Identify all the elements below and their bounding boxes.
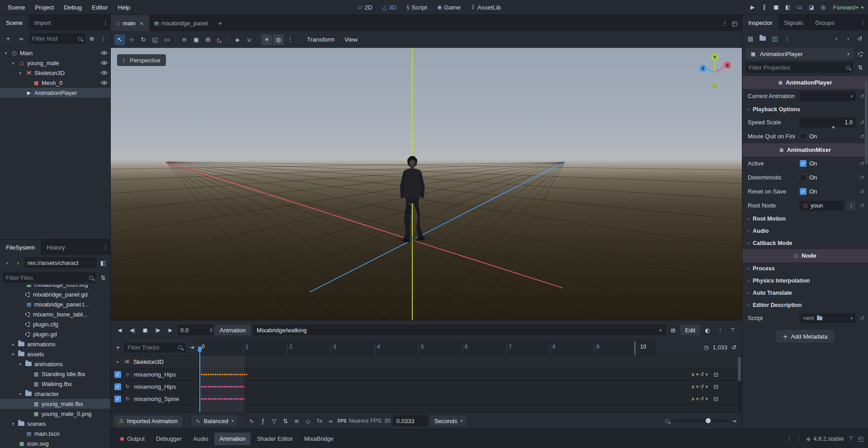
add-node-button[interactable]: + [3, 33, 14, 44]
track-row[interactable]: ⊹ mixamorig_Hips ∧▾ ↺▾ ⊟ [111, 368, 742, 381]
property-revert-icon[interactable]: ↺ [858, 315, 866, 321]
edit-button[interactable]: Edit [680, 325, 700, 335]
track-row[interactable]: ↻ mixamorig_Spine ∧▾ ↺▾ ⊟ [111, 393, 742, 405]
folder-item[interactable]: ▾assets [0, 349, 110, 359]
track-filter-input[interactable] [127, 344, 175, 351]
category-animationplayer[interactable]: ▦ AnimationPlayer [742, 76, 868, 89]
tab-animation[interactable]: Animation [214, 433, 250, 445]
distraction-free-button[interactable]: ◰ [730, 18, 739, 28]
track-enabled-checkbox[interactable] [114, 371, 121, 378]
list-select-button[interactable]: ≡ [179, 34, 190, 45]
scene-filter-input[interactable] [32, 35, 75, 42]
scene-tab-main[interactable]: ○ main × [111, 15, 149, 31]
group-root-motion[interactable]: ›Root Motion [742, 212, 868, 225]
snap-mode-dropdown[interactable]: ∿ Balanced ▾ [192, 415, 238, 426]
expander-icon[interactable]: ▾ [10, 421, 16, 426]
track-group-skeleton[interactable]: ▾ Ж Skeleton3D [111, 356, 742, 368]
chevron-down-icon[interactable]: ▾ [706, 396, 708, 402]
folder-item[interactable]: ▸animations [0, 339, 110, 349]
group-physics-interpolation[interactable]: ›Physics Interpolation [742, 274, 868, 287]
character-model[interactable] [396, 155, 429, 243]
edit-history-button[interactable]: ↺ [855, 33, 864, 44]
pin-panel-button[interactable]: ⊤ [727, 325, 738, 335]
property-revert-icon[interactable]: ↺ [858, 189, 866, 195]
expander-icon[interactable]: ▾ [10, 352, 16, 357]
keyframe-strip[interactable] [201, 373, 247, 376]
keyframe-strip[interactable] [201, 397, 245, 401]
group-playback-options[interactable]: › Playback Options [742, 103, 868, 115]
reset-on-save-checkbox[interactable] [800, 188, 807, 195]
interpolation-mode-icon[interactable]: ↺ [700, 372, 704, 377]
timeline-ruler[interactable]: 0 1 2 3 4 5 6 7 8 9 [199, 340, 656, 355]
menu-help[interactable]: Help [113, 0, 135, 14]
interpolation-mode-icon[interactable]: ↺ [700, 396, 704, 402]
stop-button[interactable]: ■ [771, 2, 782, 13]
tab-shader-editor[interactable]: Shader Editor [252, 433, 298, 445]
nav-back-button[interactable]: ‹ [3, 257, 12, 268]
file-item[interactable]: ▩icon.svg [0, 439, 110, 448]
stop-animation-button[interactable]: ■ [140, 325, 151, 335]
chevron-down-icon[interactable]: ▾ [696, 396, 699, 402]
snap-button[interactable]: ∪ [244, 34, 255, 45]
playhead[interactable] [199, 347, 200, 412]
group-tracks-button[interactable]: ≡ [292, 415, 301, 426]
path-field[interactable] [24, 257, 97, 268]
loop-button[interactable]: ↺ [731, 344, 736, 351]
category-node[interactable]: ○ Node [742, 249, 868, 262]
linked-button[interactable]: ∞ [326, 415, 335, 426]
tab-inspector[interactable]: Inspector [742, 15, 778, 30]
nav-forward-button[interactable]: › [14, 257, 23, 268]
tab-groups[interactable]: Groups [809, 15, 840, 30]
folder-item[interactable]: ▾scenes [0, 419, 110, 429]
expander-icon[interactable]: ▾ [10, 61, 16, 66]
select-tool-button[interactable]: ↖ [114, 34, 125, 45]
add-track-button[interactable]: + [113, 342, 123, 353]
group-editor-description[interactable]: ›Editor Description [742, 299, 868, 311]
time-unit-dropdown[interactable]: Seconds ▾ [430, 415, 467, 426]
tab-output[interactable]: Output [115, 433, 150, 445]
close-icon[interactable]: × [139, 20, 144, 27]
animation-menu-button[interactable]: Animation [215, 325, 251, 335]
perspective-button[interactable]: ⋮ Perspective [117, 54, 166, 66]
expander-icon[interactable]: ▾ [114, 359, 121, 364]
file-item[interactable]: ▥Standing Idle.fbx [0, 369, 110, 379]
resource-menu-button[interactable]: ⋮ [783, 33, 792, 44]
script-field[interactable]: <em ▾ [800, 313, 856, 323]
chevron-down-icon[interactable]: ▾ [706, 372, 708, 377]
new-resource-button[interactable]: ▤ [746, 33, 755, 44]
axis-gizmo[interactable]: Y X Z [694, 52, 735, 92]
file-item[interactable]: plugin.cfg [0, 319, 110, 329]
function-button[interactable]: ƒ [258, 415, 267, 426]
root-node-field[interactable]: ○ youn [800, 201, 844, 211]
animation-time-input[interactable] [180, 327, 202, 334]
group-button[interactable]: ⊞ [203, 34, 213, 45]
file-item[interactable]: ▤main.tscn [0, 429, 110, 439]
tab-scene[interactable]: Scene [0, 15, 28, 30]
property-filter-input[interactable] [749, 64, 843, 71]
play-animation-button[interactable]: ▶ [165, 325, 176, 335]
movie-quit-checkbox[interactable] [800, 133, 807, 140]
key-insert-button[interactable]: ◇ [303, 415, 312, 426]
mode-2d[interactable]: ▱2D [354, 0, 377, 14]
scene-tab-mixabridge-panel[interactable]: ▤ mixabridge_panel [149, 15, 213, 31]
file-item[interactable]: mixamo_bone_tabl... [0, 309, 110, 319]
bezier-curves-button[interactable]: ∿ [247, 415, 256, 426]
zoom-slider-handle[interactable] [706, 418, 711, 423]
category-animationmixer[interactable]: ▦ AnimationMixer [742, 143, 868, 156]
history-back-button[interactable]: ‹ [832, 33, 841, 44]
load-resource-button[interactable] [758, 33, 767, 44]
step-field[interactable] [393, 415, 428, 426]
chevron-down-icon[interactable]: ▾ [696, 372, 699, 377]
file-filter-input[interactable] [6, 274, 86, 281]
mesh-options-button[interactable]: ◈ [232, 34, 243, 45]
current-animation-dropdown[interactable]: Mixabridge/walking ▾ [253, 325, 666, 335]
move-tool-button[interactable]: ⊹ [126, 34, 137, 45]
tracks-scrollbar[interactable] [738, 357, 741, 411]
update-mode-icon[interactable]: ∧ [691, 384, 695, 390]
file-item[interactable]: ▩young_male_0.png [0, 409, 110, 419]
pin-bottom-panel-button[interactable]: ⊤ [848, 435, 853, 442]
file-item[interactable]: ▥Walking.fbx [0, 379, 110, 389]
folder-item[interactable]: ▾animations [0, 359, 110, 369]
ruler-button[interactable]: ◺ [214, 34, 225, 45]
expand-bottom-panel-button[interactable]: ◰ [858, 435, 863, 442]
